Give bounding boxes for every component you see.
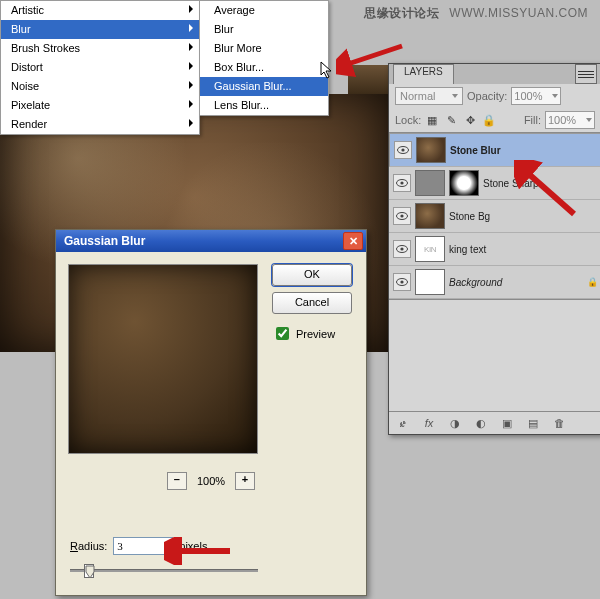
eye-icon [396, 278, 408, 286]
eye-icon [396, 179, 408, 187]
lock-icons: ▦ ✎ ✥ 🔒 [425, 113, 496, 127]
svg-point-5 [400, 214, 403, 217]
submenu-arrow-icon [189, 119, 193, 127]
submenu-arrow-icon [189, 100, 193, 108]
blur-submenu-item[interactable]: Blur More [200, 39, 328, 58]
radius-label: Radius: [70, 540, 107, 552]
layer-thumbnail[interactable] [415, 170, 445, 196]
visibility-toggle[interactable] [393, 273, 411, 291]
filter-menu-item[interactable]: Brush Strokes [1, 39, 199, 58]
filter-menu-item[interactable]: Artistic [1, 1, 199, 20]
new-layer-icon[interactable]: ▤ [525, 415, 541, 431]
submenu-arrow-icon [189, 43, 193, 51]
chevron-down-icon [452, 94, 458, 98]
layers-tab[interactable]: LAYERS [393, 64, 454, 84]
watermark: 思缘设计论坛 WWW.MISSYUAN.COM [364, 5, 588, 22]
zoom-out-button[interactable]: – [167, 472, 187, 490]
layers-toolbar: ⸙ fx ◑ ◐ ▣ ▤ 🗑 [389, 411, 600, 434]
layer-row[interactable]: Background🔒 [389, 266, 600, 299]
svg-point-3 [400, 181, 403, 184]
radius-slider[interactable] [70, 563, 258, 577]
trash-icon[interactable]: 🗑 [551, 415, 567, 431]
filter-menu-item[interactable]: Render [1, 115, 199, 134]
submenu-arrow-icon [189, 5, 193, 13]
zoom-value: 100% [197, 475, 225, 487]
eye-icon [396, 245, 408, 253]
filter-menu-item[interactable]: Blur [1, 20, 199, 39]
preview-label: Preview [296, 328, 335, 340]
layer-mask-thumbnail[interactable] [449, 170, 479, 196]
ok-button[interactable]: OK [272, 264, 352, 286]
layer-name[interactable]: Background [449, 277, 502, 288]
submenu-arrow-icon [189, 24, 193, 32]
new-group-icon[interactable]: ▣ [499, 415, 515, 431]
dialog-titlebar[interactable]: Gaussian Blur ✕ [56, 230, 366, 252]
watermark-en: WWW.MISSYUAN.COM [449, 6, 588, 20]
slider-thumb[interactable] [84, 564, 94, 578]
close-icon: ✕ [349, 235, 358, 248]
panel-menu-button[interactable] [575, 64, 597, 84]
blur-submenu-item[interactable]: Lens Blur... [200, 96, 328, 115]
annotation-arrow-icon [164, 537, 234, 565]
opacity-label: Opacity: [467, 90, 507, 102]
fx-icon[interactable]: fx [421, 415, 437, 431]
visibility-toggle[interactable] [393, 207, 411, 225]
layer-name[interactable]: king text [449, 244, 486, 255]
filter-menu-item[interactable]: Pixelate [1, 96, 199, 115]
filter-menu: ArtisticBlurBrush StrokesDistortNoisePix… [0, 0, 200, 135]
watermark-cn: 思缘设计论坛 [364, 6, 439, 20]
layer-thumbnail[interactable] [416, 137, 446, 163]
lock-position-icon[interactable]: ✥ [463, 113, 477, 127]
lock-transparency-icon[interactable]: ▦ [425, 113, 439, 127]
visibility-toggle[interactable] [393, 240, 411, 258]
layers-panel: LAYERS Normal Opacity: 100% Lock: ▦ ✎ ✥ … [388, 63, 600, 435]
lock-icon: 🔒 [587, 277, 597, 287]
filter-menu-item[interactable]: Noise [1, 77, 199, 96]
svg-point-7 [400, 247, 403, 250]
layer-thumbnail[interactable]: KIN [415, 236, 445, 262]
svg-point-9 [400, 280, 403, 283]
blur-submenu-item[interactable]: Gaussian Blur... [200, 77, 328, 96]
annotation-arrow-icon [514, 160, 584, 220]
submenu-arrow-icon [189, 81, 193, 89]
chevron-down-icon [586, 118, 592, 122]
layer-thumbnail[interactable] [415, 269, 445, 295]
blur-submenu-item[interactable]: Blur [200, 20, 328, 39]
visibility-toggle[interactable] [394, 141, 412, 159]
svg-point-1 [401, 148, 404, 151]
preview-checkbox-row[interactable]: Preview [272, 324, 352, 343]
preview-checkbox[interactable] [276, 327, 289, 340]
chevron-down-icon [552, 94, 558, 98]
dialog-title: Gaussian Blur [64, 234, 145, 248]
lock-all-icon[interactable]: 🔒 [482, 113, 496, 127]
visibility-toggle[interactable] [393, 174, 411, 192]
layer-thumbnail[interactable] [415, 203, 445, 229]
layer-name[interactable]: Stone Bg [449, 211, 490, 222]
add-mask-icon[interactable]: ◑ [447, 415, 463, 431]
slider-track [70, 569, 258, 572]
zoom-in-button[interactable]: + [235, 472, 255, 490]
blend-mode-select[interactable]: Normal [395, 87, 463, 105]
eye-icon [397, 146, 409, 154]
adjustment-layer-icon[interactable]: ◐ [473, 415, 489, 431]
opacity-input[interactable]: 100% [511, 87, 561, 105]
lock-label: Lock: [395, 114, 421, 126]
submenu-arrow-icon [189, 62, 193, 70]
eye-icon [396, 212, 408, 220]
cancel-button[interactable]: Cancel [272, 292, 352, 314]
layer-row[interactable]: KINking text [389, 233, 600, 266]
lock-paint-icon[interactable]: ✎ [444, 113, 458, 127]
fill-label: Fill: [524, 114, 541, 126]
link-layers-icon[interactable]: ⸙ [395, 415, 411, 431]
fill-input[interactable]: 100% [545, 111, 595, 129]
blur-submenu: AverageBlurBlur MoreBox Blur...Gaussian … [199, 0, 329, 116]
layer-name[interactable]: Stone Blur [450, 145, 501, 156]
blur-submenu-item[interactable]: Average [200, 1, 328, 20]
blur-submenu-item[interactable]: Box Blur... [200, 58, 328, 77]
close-button[interactable]: ✕ [343, 232, 363, 250]
preview-thumbnail[interactable] [68, 264, 258, 454]
filter-menu-item[interactable]: Distort [1, 58, 199, 77]
